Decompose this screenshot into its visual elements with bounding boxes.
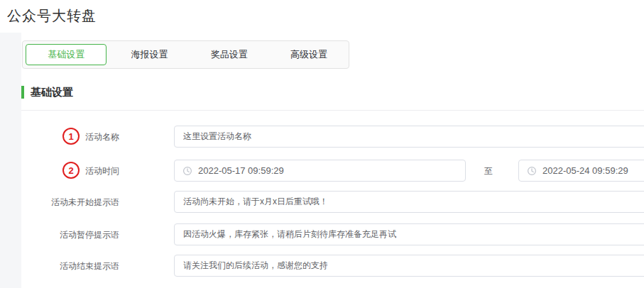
tab-basic-settings[interactable]: 基础设置: [26, 44, 107, 65]
ended-prompt-input[interactable]: [174, 255, 644, 277]
section-title: 基础设置: [31, 86, 73, 99]
end-time-value: 2022-05-24 09:59:29: [542, 165, 628, 176]
not-started-prompt-label: 活动未开始提示语: [21, 196, 119, 208]
section-accent-bar: [21, 86, 24, 99]
paused-prompt-label: 活动暂停提示语: [21, 229, 119, 240]
clock-icon: [182, 166, 192, 176]
not-started-prompt-input[interactable]: [174, 191, 644, 213]
page: 公众号大转盘 基础设置 海报设置 奖品设置 高级设置 基础设置 1 活动名称 2…: [0, 0, 644, 288]
clock-icon: [527, 166, 537, 176]
start-time-picker[interactable]: 2022-05-17 09:59:29: [174, 160, 466, 182]
tab-bar: 基础设置 海报设置 奖品设置 高级设置: [22, 40, 349, 69]
paused-prompt-input[interactable]: [174, 223, 644, 245]
end-time-picker[interactable]: 2022-05-24 09:59:29: [518, 160, 644, 182]
tab-advanced-settings[interactable]: 高级设置: [269, 41, 349, 68]
date-range-separator: 至: [471, 165, 506, 177]
start-time-value: 2022-05-17 09:59:29: [198, 165, 284, 176]
activity-name-input[interactable]: [174, 126, 644, 148]
ended-prompt-label: 活动结束提示语: [21, 260, 119, 272]
activity-time-label: 活动时间: [21, 165, 119, 177]
left-gutter: [0, 33, 21, 288]
tab-poster-settings[interactable]: 海报设置: [109, 41, 189, 68]
section-divider: [21, 110, 644, 111]
tab-prize-settings[interactable]: 奖品设置: [190, 41, 269, 68]
activity-name-label: 活动名称: [21, 131, 119, 143]
page-title: 公众号大转盘: [7, 6, 97, 26]
